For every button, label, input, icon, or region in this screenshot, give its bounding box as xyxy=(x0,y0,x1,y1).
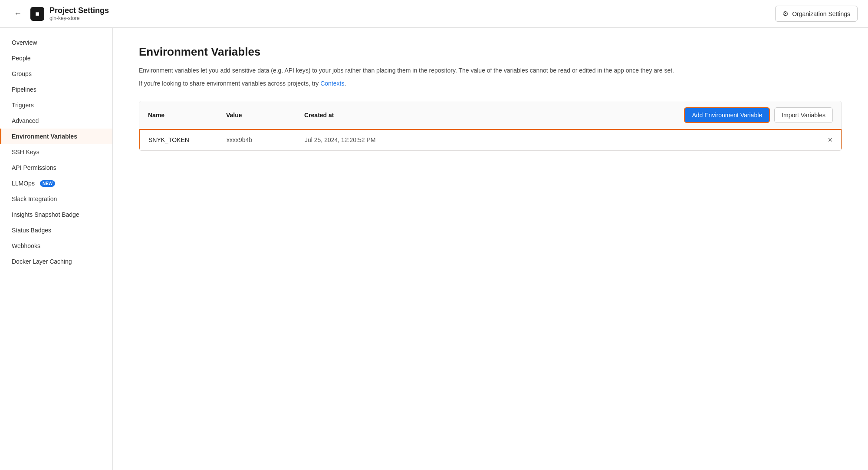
sidebar-item-docker-layer-caching[interactable]: Docker Layer Caching xyxy=(0,254,112,269)
delete-env-var-button[interactable]: × xyxy=(828,136,832,144)
layout: Overview People Groups Pipelines Trigger… xyxy=(0,28,868,470)
table-header: Name Value Created at Add Environment Va… xyxy=(139,101,842,129)
gear-icon: ⚙ xyxy=(783,10,789,18)
sidebar-item-slack-integration[interactable]: Slack Integration xyxy=(0,191,112,207)
contexts-link[interactable]: Contexts xyxy=(320,80,344,87)
org-settings-label: Organization Settings xyxy=(792,10,850,17)
env-var-created-at: Jul 25, 2024, 12:20:52 PM xyxy=(305,136,828,143)
sidebar-item-people[interactable]: People xyxy=(0,50,112,66)
header: ← ■ Project Settings gin-key-store ⚙ Org… xyxy=(0,0,868,28)
col-created-header: Created at xyxy=(304,112,684,119)
env-var-value: xxxx9b4b xyxy=(227,136,305,143)
col-name-header: Name xyxy=(148,112,226,119)
sidebar-label-groups: Groups xyxy=(12,70,32,77)
project-icon: ■ xyxy=(30,7,44,21)
sidebar: Overview People Groups Pipelines Trigger… xyxy=(0,28,113,470)
sidebar-item-ssh-keys[interactable]: SSH Keys xyxy=(0,144,112,160)
project-title: Project Settings xyxy=(49,6,109,15)
page-title: Environment Variables xyxy=(139,45,842,59)
sidebar-label-status-badges: Status Badges xyxy=(12,227,51,234)
sidebar-label-webhooks: Webhooks xyxy=(12,242,40,249)
sidebar-label-insights-snapshot-badge: Insights Snapshot Badge xyxy=(12,211,79,218)
sidebar-label-advanced: Advanced xyxy=(12,117,39,124)
sidebar-item-webhooks[interactable]: Webhooks xyxy=(0,238,112,254)
sidebar-label-overview: Overview xyxy=(12,39,37,46)
project-info: Project Settings gin-key-store xyxy=(49,6,109,21)
sidebar-label-llmops: LLMOps xyxy=(12,180,35,187)
project-subtitle: gin-key-store xyxy=(49,15,109,21)
sidebar-item-groups[interactable]: Groups xyxy=(0,66,112,82)
sidebar-item-triggers[interactable]: Triggers xyxy=(0,97,112,113)
sidebar-label-people: People xyxy=(12,55,31,62)
sidebar-label-slack-integration: Slack Integration xyxy=(12,195,57,202)
sidebar-item-llmops[interactable]: LLMOps NEW xyxy=(0,175,112,191)
import-variables-button[interactable]: Import Variables xyxy=(774,107,833,123)
sidebar-item-insights-snapshot-badge[interactable]: Insights Snapshot Badge xyxy=(0,207,112,222)
env-vars-table: Name Value Created at Add Environment Va… xyxy=(139,101,842,151)
page-description-2: If you're looking to share environment v… xyxy=(139,79,842,88)
main-content: Environment Variables Environment variab… xyxy=(113,28,868,470)
page-description-1: Environment variables let you add sensit… xyxy=(139,66,842,75)
sidebar-label-environment-variables: Environment Variables xyxy=(12,133,77,140)
sidebar-item-status-badges[interactable]: Status Badges xyxy=(0,222,112,238)
org-settings-button[interactable]: ⚙ Organization Settings xyxy=(775,6,858,22)
sidebar-label-api-permissions: API Permissions xyxy=(12,164,56,171)
sidebar-label-triggers: Triggers xyxy=(12,102,34,109)
sidebar-label-ssh-keys: SSH Keys xyxy=(12,149,39,156)
sidebar-label-pipelines: Pipelines xyxy=(12,86,36,93)
col-value-header: Value xyxy=(226,112,304,119)
header-left: ← ■ Project Settings gin-key-store xyxy=(10,6,109,21)
sidebar-item-pipelines[interactable]: Pipelines xyxy=(0,82,112,97)
sidebar-label-docker-layer-caching: Docker Layer Caching xyxy=(12,258,72,265)
table-actions: Add Environment Variable Import Variable… xyxy=(684,107,833,123)
back-button[interactable]: ← xyxy=(10,7,25,20)
table-row: SNYK_TOKEN xxxx9b4b Jul 25, 2024, 12:20:… xyxy=(139,129,842,151)
sidebar-item-api-permissions[interactable]: API Permissions xyxy=(0,160,112,175)
sidebar-item-advanced[interactable]: Advanced xyxy=(0,113,112,129)
sidebar-item-environment-variables[interactable]: Environment Variables xyxy=(0,129,112,144)
add-env-var-button[interactable]: Add Environment Variable xyxy=(684,107,770,123)
env-var-name: SNYK_TOKEN xyxy=(148,136,227,143)
sidebar-item-overview[interactable]: Overview xyxy=(0,35,112,50)
new-badge: NEW xyxy=(40,180,55,187)
